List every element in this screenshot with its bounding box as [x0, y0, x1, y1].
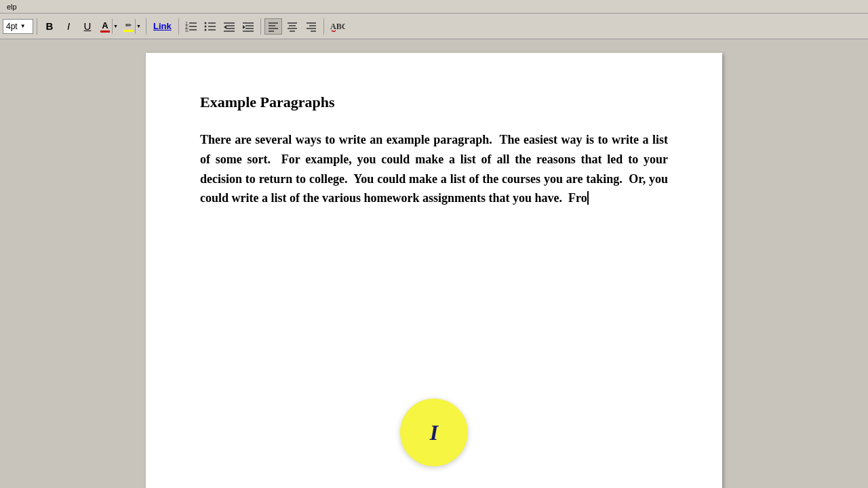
- font-color-main: A: [98, 19, 112, 34]
- align-left-icon: [268, 21, 279, 32]
- document-area: Example Paragraphs There are several way…: [0, 39, 868, 488]
- font-size-value: 4pt: [6, 22, 18, 31]
- svg-marker-21: [243, 25, 245, 29]
- align-center-button[interactable]: [283, 18, 301, 35]
- spell-check-icon: ABC: [330, 20, 345, 33]
- font-size-dropdown-arrow: ▼: [20, 23, 26, 29]
- document-text: There are several ways to write an examp…: [200, 133, 668, 205]
- font-color-button[interactable]: A ▼: [98, 18, 119, 35]
- highlight-icon: ✏: [125, 21, 132, 30]
- toolbar: 4pt ▼ B I U A ▼ ✏ ▼ Link 1: [0, 14, 868, 39]
- text-cursor: [587, 191, 589, 205]
- bold-button[interactable]: B: [41, 18, 58, 35]
- cursor-indicator-symbol: I: [430, 420, 438, 445]
- document-page[interactable]: Example Paragraphs There are several way…: [146, 53, 722, 488]
- highlight-color-button[interactable]: ✏ ▼: [121, 18, 142, 35]
- unordered-list-icon: [204, 20, 216, 33]
- separator-1: [37, 18, 37, 35]
- font-color-bar: [100, 30, 110, 33]
- highlight-color-main: ✏: [121, 20, 135, 33]
- separator-2: [146, 18, 146, 35]
- font-color-letter: A: [102, 20, 108, 30]
- highlight-color-bar: [123, 30, 133, 32]
- separator-5: [323, 18, 324, 35]
- separator-3: [178, 18, 179, 35]
- separator-4: [260, 18, 261, 35]
- svg-text:ABC: ABC: [330, 22, 345, 31]
- italic-button[interactable]: I: [60, 18, 77, 35]
- align-left-button[interactable]: [264, 18, 282, 35]
- help-menu[interactable]: elp: [3, 1, 21, 12]
- cursor-indicator: I: [400, 399, 468, 466]
- align-center-icon: [287, 21, 298, 32]
- document-title: Example Paragraphs: [200, 94, 668, 111]
- decrease-indent-button[interactable]: [220, 18, 238, 35]
- unordered-list-button[interactable]: [201, 18, 219, 35]
- decrease-indent-icon: [223, 20, 235, 33]
- increase-indent-icon: [242, 20, 254, 33]
- svg-text:3.: 3.: [185, 28, 189, 33]
- align-right-icon: [306, 21, 317, 32]
- menu-bar: elp: [0, 0, 868, 14]
- svg-point-10: [204, 28, 206, 30]
- svg-point-8: [204, 25, 206, 27]
- font-color-dropdown-arrow[interactable]: ▼: [112, 19, 119, 34]
- highlight-dropdown-arrow[interactable]: ▼: [135, 19, 142, 34]
- underline-button[interactable]: U: [79, 18, 96, 35]
- increase-indent-button[interactable]: [239, 18, 257, 35]
- document-body[interactable]: There are several ways to write an examp…: [200, 130, 668, 208]
- svg-marker-16: [224, 25, 226, 29]
- align-right-button[interactable]: [302, 18, 320, 35]
- link-button[interactable]: Link: [150, 18, 175, 35]
- ordered-list-button[interactable]: 1. 2. 3.: [182, 18, 200, 35]
- ordered-list-icon: 1. 2. 3.: [185, 20, 197, 33]
- font-size-selector[interactable]: 4pt ▼: [3, 19, 33, 34]
- svg-point-6: [204, 22, 206, 24]
- spell-check-button[interactable]: ABC: [328, 18, 348, 35]
